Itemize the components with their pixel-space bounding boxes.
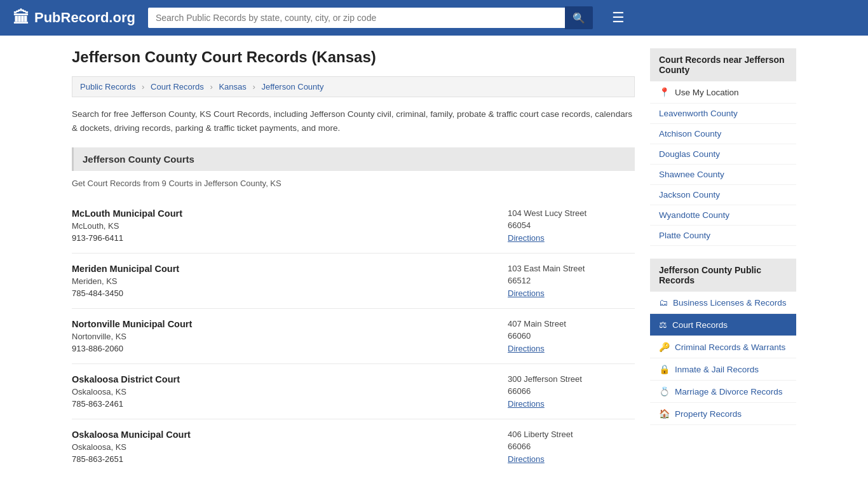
court-phone: 785-863-2461 — [72, 399, 508, 409]
record-types-list: 🗂 Business Licenses & Records ⚖ Court Re… — [650, 292, 796, 425]
court-right: 300 Jefferson Street 66066 Directions — [508, 374, 635, 409]
court-zip: 66060 — [508, 331, 635, 341]
page-title: Jefferson County Court Records (Kansas) — [72, 48, 635, 66]
sidebar-public-records-section: Jefferson County Public Records 🗂 Busine… — [650, 259, 796, 425]
sidebar-county-item[interactable]: Atchison County — [650, 124, 796, 144]
court-name: Oskaloosa Municipal Court — [72, 430, 508, 440]
court-city: McLouth, KS — [72, 221, 508, 231]
court-right: 104 West Lucy Street 66054 Directions — [508, 208, 635, 243]
court-left: McLouth Municipal Court McLouth, KS 913-… — [72, 208, 508, 243]
sidebar-record-type-item[interactable]: 💍 Marriage & Divorce Records — [650, 381, 796, 403]
record-type-label: Inmate & Jail Records — [675, 365, 759, 374]
court-zip: 66512 — [508, 276, 635, 285]
sidebar-record-type-item[interactable]: 🔑 Criminal Records & Warrants — [650, 336, 796, 358]
sidebar-county-item[interactable]: Leavenworth County — [650, 104, 796, 124]
record-type-label: Business Licenses & Records — [673, 298, 787, 308]
sidebar-nearby-section: Court Records near Jefferson County 📍 Us… — [650, 48, 796, 246]
court-right: 103 East Main Street 66512 Directions — [508, 264, 635, 298]
court-zip: 66054 — [508, 220, 635, 230]
court-city: Oskaloosa, KS — [72, 387, 508, 396]
record-type-icon: 🏠 — [659, 409, 670, 419]
record-type-icon: 🗂 — [659, 297, 668, 308]
court-city: Nortonville, KS — [72, 332, 508, 341]
record-type-label: Property Records — [675, 409, 742, 419]
sidebar-public-records-title: Jefferson County Public Records — [650, 259, 796, 292]
sidebar-county-item[interactable]: Shawnee County — [650, 165, 796, 185]
breadcrumb-sep-1: › — [142, 82, 144, 92]
breadcrumb-sep-3: › — [252, 82, 255, 92]
search-input[interactable] — [148, 8, 565, 28]
breadcrumb-public-records[interactable]: Public Records — [80, 82, 135, 92]
court-left: Oskaloosa Municipal Court Oskaloosa, KS … — [72, 430, 508, 464]
court-phone: 785-863-2651 — [72, 454, 508, 464]
sidebar-record-type-item[interactable]: ⚖ Court Records — [650, 314, 796, 336]
court-left: Nortonville Municipal Court Nortonville,… — [72, 319, 508, 353]
directions-link[interactable]: Directions — [508, 454, 545, 464]
directions-link[interactable]: Directions — [508, 288, 545, 298]
breadcrumb-kansas[interactable]: Kansas — [219, 82, 246, 92]
menu-button[interactable]: ☰ — [612, 10, 625, 26]
court-name: Oskaloosa District Court — [72, 374, 508, 384]
sidebar-county-item[interactable]: Jackson County — [650, 185, 796, 205]
court-phone: 913-796-6411 — [72, 233, 508, 243]
search-area: 🔍 — [148, 6, 593, 29]
sidebar-record-type-item[interactable]: 🗂 Business Licenses & Records — [650, 292, 796, 314]
courts-subtext: Get Court Records from 9 Courts in Jeffe… — [72, 179, 635, 188]
court-city: Oskaloosa, KS — [72, 442, 508, 452]
county-list: Leavenworth CountyAtchison CountyDouglas… — [650, 104, 796, 246]
directions-link[interactable]: Directions — [508, 399, 545, 409]
use-location-item[interactable]: 📍 Use My Location — [650, 81, 796, 104]
page-description: Search for free Jefferson County, KS Cou… — [72, 107, 635, 135]
court-name: Nortonville Municipal Court — [72, 319, 508, 329]
court-name: Meriden Municipal Court — [72, 264, 508, 274]
court-phone: 913-886-2060 — [72, 344, 508, 353]
logo[interactable]: 🏛 PubRecord.org — [13, 8, 135, 28]
court-phone: 785-484-3450 — [72, 288, 508, 298]
court-name: McLouth Municipal Court — [72, 208, 508, 219]
courts-section-heading: Jefferson County Courts — [72, 147, 635, 171]
breadcrumb-jefferson-county[interactable]: Jefferson County — [261, 82, 323, 92]
court-address: 104 West Lucy Street — [508, 208, 635, 218]
logo-text: PubRecord.org — [34, 10, 135, 26]
court-address: 406 Liberty Street — [508, 430, 635, 439]
sidebar-nearby-title: Court Records near Jefferson County — [650, 48, 796, 81]
court-right: 407 Main Street 66060 Directions — [508, 319, 635, 353]
directions-link[interactable]: Directions — [508, 344, 545, 353]
record-type-icon: 🔒 — [659, 364, 670, 374]
menu-icon: ☰ — [612, 10, 625, 25]
courts-list: McLouth Municipal Court McLouth, KS 913-… — [72, 198, 635, 474]
court-entry: Oskaloosa District Court Oskaloosa, KS 7… — [72, 364, 635, 419]
sidebar-record-type-item[interactable]: 🏠 Property Records — [650, 403, 796, 425]
location-pin-icon: 📍 — [659, 87, 670, 97]
court-zip: 66066 — [508, 386, 635, 396]
record-type-icon: ⚖ — [659, 320, 667, 330]
court-entry: Oskaloosa Municipal Court Oskaloosa, KS … — [72, 419, 635, 474]
court-address: 300 Jefferson Street — [508, 374, 635, 384]
record-type-label: Marriage & Divorce Records — [675, 387, 783, 396]
search-icon: 🔍 — [573, 13, 585, 24]
breadcrumb-sep-2: › — [210, 82, 212, 92]
sidebar-county-item[interactable]: Wyandotte County — [650, 205, 796, 226]
sidebar-county-item[interactable]: Douglas County — [650, 144, 796, 165]
record-type-icon: 🔑 — [659, 342, 670, 352]
court-zip: 66066 — [508, 442, 635, 451]
court-address: 103 East Main Street — [508, 264, 635, 273]
record-type-icon: 💍 — [659, 386, 670, 396]
header: 🏛 PubRecord.org 🔍 ☰ — [0, 0, 868, 36]
breadcrumb-court-records[interactable]: Court Records — [151, 82, 204, 92]
sidebar: Court Records near Jefferson County 📍 Us… — [650, 48, 796, 474]
court-entry: Nortonville Municipal Court Nortonville,… — [72, 309, 635, 364]
content-area: Jefferson County Court Records (Kansas) … — [72, 48, 635, 474]
sidebar-county-item[interactable]: Platte County — [650, 226, 796, 246]
sidebar-record-type-item[interactable]: 🔒 Inmate & Jail Records — [650, 358, 796, 381]
court-address: 407 Main Street — [508, 319, 635, 329]
court-city: Meriden, KS — [72, 276, 508, 286]
record-type-label: Criminal Records & Warrants — [675, 342, 785, 352]
record-type-label: Court Records — [672, 320, 728, 330]
breadcrumb: Public Records › Court Records › Kansas … — [72, 76, 635, 97]
court-left: Meriden Municipal Court Meriden, KS 785-… — [72, 264, 508, 298]
court-entry: Meriden Municipal Court Meriden, KS 785-… — [72, 254, 635, 309]
court-entry: McLouth Municipal Court McLouth, KS 913-… — [72, 198, 635, 254]
directions-link[interactable]: Directions — [508, 233, 545, 243]
search-button[interactable]: 🔍 — [565, 6, 593, 29]
